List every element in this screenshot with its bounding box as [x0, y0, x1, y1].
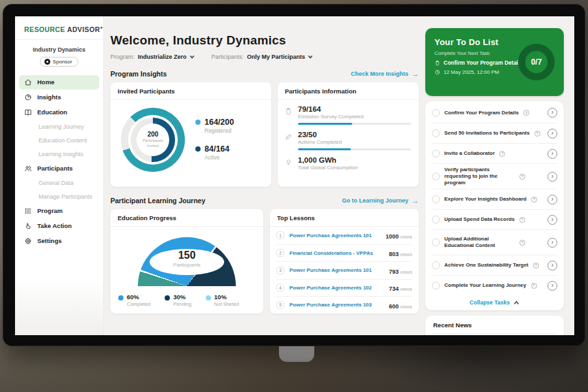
- collapse-tasks-link[interactable]: Collapse Tasks: [432, 295, 557, 310]
- stat-emission-survey: 79/164 Emission Survey Completed: [284, 105, 411, 125]
- stat-value: 23/50: [298, 131, 411, 139]
- lesson-row: 1 Power Purchase Agreements 101 1000view…: [276, 227, 412, 244]
- info-icon[interactable]: ?: [519, 217, 525, 223]
- info-icon[interactable]: ?: [519, 174, 525, 180]
- task-checkbox[interactable]: [432, 261, 440, 269]
- stat-label: Actions Completed: [298, 139, 411, 145]
- sidebar-item-label: Settings: [37, 237, 61, 244]
- todo-tasks-card: Confirm Your Program Details ? › Send 50…: [425, 101, 564, 310]
- action-hand-icon: [24, 222, 32, 230]
- sidebar-item-participants[interactable]: Participants: [19, 161, 99, 176]
- bulb-icon: [284, 158, 293, 167]
- task-checkbox[interactable]: [432, 238, 440, 246]
- sidebar-item-education[interactable]: Education: [19, 105, 99, 120]
- sidebar-item-learning-insights[interactable]: Learning Insights: [19, 148, 99, 161]
- chevron-right-icon[interactable]: ›: [547, 261, 557, 270]
- info-icon[interactable]: ?: [533, 263, 539, 269]
- page-title: Welcome, Industry Dynamics: [110, 33, 419, 48]
- task-checkbox[interactable]: [432, 172, 440, 180]
- sidebar-item-label: Program: [37, 207, 63, 214]
- info-icon[interactable]: ?: [519, 240, 525, 246]
- card-title: Participants Information: [278, 82, 419, 100]
- program-select[interactable]: Industrialize Zero: [138, 54, 195, 60]
- task-row[interactable]: Achieve One Sustainability Target ? ›: [432, 255, 557, 275]
- sidebar-item-label: Education: [37, 108, 67, 116]
- learning-journey-header: Participant Learning Journey Go to Learn…: [110, 197, 419, 204]
- task-checkbox[interactable]: [432, 195, 440, 203]
- info-icon[interactable]: ?: [499, 151, 505, 157]
- lesson-link[interactable]: Financial Considerations - VPPAs: [289, 250, 384, 256]
- info-icon[interactable]: ?: [523, 110, 529, 116]
- task-row[interactable]: Send 50 Invitations to Participants ? ›: [432, 123, 557, 143]
- sidebar-item-take-action[interactable]: Take Action: [19, 219, 99, 233]
- sidebar-nav: Home Insights Education Learning Journey: [15, 72, 103, 252]
- check-more-insights-link[interactable]: Check More Insights →: [351, 71, 419, 78]
- chevron-right-icon[interactable]: ›: [547, 281, 557, 291]
- task-checkbox[interactable]: [432, 216, 440, 223]
- sidebar-item-insights[interactable]: Insights: [19, 90, 99, 105]
- sidebar-item-settings[interactable]: Settings: [19, 234, 99, 248]
- gauge-legend: 60% Completed 30% Pending: [118, 293, 258, 307]
- legend-label: Registered: [204, 127, 234, 134]
- app-logo: RESOURCE ADVISOR+: [15, 16, 103, 40]
- lesson-link[interactable]: Power Purchase Agreements 101: [289, 267, 384, 273]
- chevron-right-icon[interactable]: ›: [547, 172, 557, 182]
- sidebar-item-label: Manage Participants: [39, 193, 92, 200]
- chevron-right-icon[interactable]: ›: [547, 129, 557, 139]
- sidebar-item-label: Home: [37, 78, 54, 86]
- task-checkbox[interactable]: [432, 282, 440, 289]
- plus-icon: +: [100, 25, 103, 29]
- chevron-right-icon[interactable]: ›: [547, 195, 557, 204]
- task-checkbox[interactable]: [432, 109, 440, 117]
- task-checkbox[interactable]: [432, 129, 440, 137]
- chevron-right-icon[interactable]: ›: [547, 149, 557, 159]
- card-title: Education Progress: [110, 209, 263, 227]
- participants-select[interactable]: Only My Participants: [247, 54, 313, 60]
- main-content: Welcome, Industry Dynamics Program: Indu…: [104, 16, 425, 335]
- card-title: Top Lessons: [270, 209, 419, 227]
- chevron-up-icon: [514, 300, 519, 306]
- chevron-right-icon[interactable]: ›: [547, 108, 557, 118]
- lesson-views-label: views: [400, 252, 412, 257]
- task-row[interactable]: Verify participants requesting to join t…: [432, 163, 557, 189]
- stat-actions-completed: 23/50 Actions Completed: [284, 131, 411, 150]
- task-row[interactable]: Complete Your Learning Journey ? ›: [432, 275, 557, 295]
- lesson-rank: 4: [276, 284, 284, 291]
- lesson-link[interactable]: Power Purchase Agreements 102: [289, 285, 384, 291]
- top-lessons-card: Top Lessons 1 Power Purchase Agreements …: [270, 209, 419, 314]
- task-row[interactable]: Upload Spend Data Records ? ›: [432, 209, 557, 229]
- task-row[interactable]: Invite a Collaborator ? ›: [432, 143, 557, 163]
- task-label: Send 50 Invitations to Participants: [444, 130, 530, 137]
- donut-legend: 164/200 Registered 84/164 Active: [195, 118, 234, 161]
- lesson-link[interactable]: Power Purchase Agreements 101: [289, 233, 380, 238]
- chevron-right-icon[interactable]: ›: [547, 238, 557, 248]
- gauge-center-label: Participants: [110, 262, 263, 268]
- task-row[interactable]: Upload Additional Educational Content ? …: [432, 229, 557, 255]
- sidebar-item-learning-journey[interactable]: Learning Journey: [19, 120, 99, 133]
- info-icon[interactable]: ?: [531, 197, 537, 203]
- lesson-link[interactable]: Power Purchase Agreements 103: [289, 302, 384, 308]
- chevron-right-icon[interactable]: ›: [547, 215, 557, 225]
- legend-label: Completed: [127, 301, 150, 307]
- sidebar-item-program[interactable]: Program: [19, 204, 99, 218]
- progress-bar: [298, 123, 411, 125]
- go-to-learning-journey-link[interactable]: Go to Learning Journey →: [342, 197, 419, 204]
- sidebar-item-education-content[interactable]: Education Content: [19, 134, 99, 147]
- leaf-icon: [284, 133, 293, 141]
- insights-cards-row: Invited Participants 200 ParticipantsInv…: [110, 82, 419, 187]
- sidebar-item-general-data[interactable]: General Data: [19, 176, 99, 189]
- sidebar-item-home[interactable]: Home: [19, 75, 99, 90]
- stat-label: Total Global Consumption: [298, 165, 411, 171]
- task-row[interactable]: Explore Your Insights Dashboard ? ›: [432, 189, 557, 209]
- info-icon[interactable]: ?: [531, 283, 537, 289]
- background-scene: RESOURCE ADVISOR+ Industry Dynamics Spon…: [0, 0, 588, 392]
- monitor-bezel: RESOURCE ADVISOR+ Industry Dynamics Spon…: [3, 4, 585, 346]
- chevron-down-icon: [308, 54, 313, 59]
- info-icon[interactable]: ?: [534, 131, 540, 137]
- task-row[interactable]: Confirm Your Program Details ? ›: [432, 103, 557, 123]
- sidebar-item-manage-participants[interactable]: Manage Participants: [19, 190, 99, 203]
- legend-item-not-started: 10% Not Started: [206, 293, 239, 307]
- task-checkbox[interactable]: [432, 150, 440, 157]
- logo-primary: RESOURCE: [24, 25, 65, 33]
- stat-value: 79/164: [298, 105, 411, 113]
